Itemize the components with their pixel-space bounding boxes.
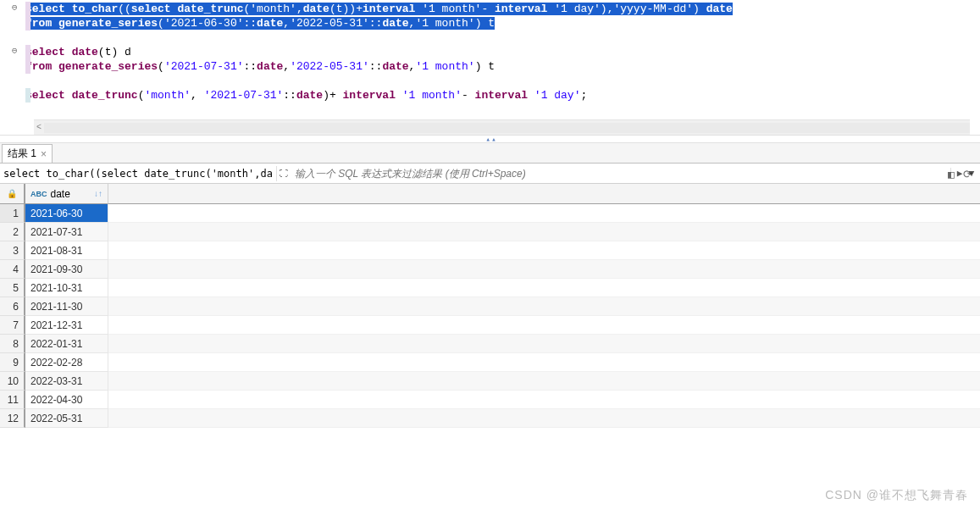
horizontal-scrollbar[interactable]: < [34, 119, 970, 135]
row-header[interactable]: 12 [0, 409, 25, 428]
sql-editor[interactable]: ⊖ select to_char((select date_trunc('mon… [0, 0, 980, 135]
row-rest [108, 223, 980, 241]
pane-splitter[interactable]: ▴ ▴ [0, 135, 980, 143]
cell-date[interactable]: 2021-08-31 [25, 241, 108, 260]
row-header[interactable]: 5 [0, 279, 25, 297]
row-rest [108, 353, 980, 372]
row-rest [108, 241, 980, 260]
cell-date[interactable]: 2021-07-31 [25, 223, 108, 241]
code-line[interactable]: select to_char((select date_trunc('month… [25, 2, 980, 16]
cell-date[interactable]: 2021-12-31 [25, 316, 108, 335]
close-icon[interactable]: × [41, 149, 47, 159]
cell-date[interactable]: 2021-11-30 [25, 297, 108, 316]
cell-date[interactable]: 2021-09-30 [25, 260, 108, 279]
row-rest [108, 335, 980, 353]
row-header[interactable]: 6 [0, 297, 25, 316]
row-rest [108, 260, 980, 279]
row-header[interactable]: 3 [0, 241, 25, 260]
cell-date[interactable]: 2022-05-31 [25, 409, 108, 428]
filter-expression[interactable]: select to_char((select date_trunc('month… [0, 168, 276, 180]
result-grid[interactable]: 🔒 ABC date ↓↑ 12021-06-3022021-07-313202… [0, 184, 980, 428]
row-header[interactable]: 8 [0, 335, 25, 353]
tab-result-1[interactable]: 结果 1 × [2, 144, 53, 163]
fold-icon[interactable]: ⊖ [12, 45, 18, 56]
code-line[interactable]: select date(t) d [25, 45, 980, 59]
type-badge: ABC [30, 190, 47, 198]
results-tabs: 结果 1 × [0, 143, 980, 164]
row-rest [108, 316, 980, 335]
refresh-icon[interactable]: ⟳ [963, 168, 975, 180]
row-rest [108, 409, 980, 428]
row-header[interactable]: 4 [0, 260, 25, 279]
fold-icon[interactable]: ⊖ [12, 2, 18, 13]
row-header[interactable]: 11 [0, 391, 25, 409]
cell-date[interactable]: 2022-03-31 [25, 372, 108, 391]
cell-date[interactable]: 2022-04-30 [25, 391, 108, 409]
row-header[interactable]: 7 [0, 316, 25, 335]
row-rest [108, 297, 980, 316]
grid-corner[interactable]: 🔒 [0, 184, 25, 204]
column-header-date[interactable]: ABC date ↓↑ [25, 184, 108, 204]
lock-icon: 🔒 [7, 189, 17, 198]
row-rest [108, 372, 980, 391]
row-header[interactable]: 1 [0, 204, 25, 223]
row-rest [108, 204, 980, 223]
filter-bar: select to_char((select date_trunc('month… [0, 164, 980, 184]
cell-date[interactable]: 2022-02-28 [25, 353, 108, 372]
row-header[interactable]: 9 [0, 353, 25, 372]
row-rest [108, 391, 980, 409]
filter-input[interactable] [291, 168, 950, 180]
expand-icon[interactable]: ⛶ [276, 166, 291, 181]
code-line[interactable]: from generate_series('2021-06-30'::date,… [25, 16, 980, 30]
tab-label: 结果 1 [8, 147, 36, 161]
code-line[interactable]: from generate_series('2021-07-31'::date,… [25, 59, 980, 74]
cell-date[interactable]: 2021-10-31 [25, 279, 108, 297]
column-name: date [51, 188, 70, 200]
code-line[interactable]: select date_trunc('month', '2021-07-31':… [25, 88, 980, 103]
cell-date[interactable]: 2022-01-31 [25, 335, 108, 353]
cell-date[interactable]: 2021-06-30 [25, 204, 108, 223]
row-rest [108, 279, 980, 297]
grid-header-rest [108, 184, 980, 204]
panel-icon[interactable]: ◧ [948, 168, 960, 180]
row-header[interactable]: 2 [0, 223, 25, 241]
row-header[interactable]: 10 [0, 372, 25, 391]
sort-icon[interactable]: ↓↑ [94, 189, 102, 198]
